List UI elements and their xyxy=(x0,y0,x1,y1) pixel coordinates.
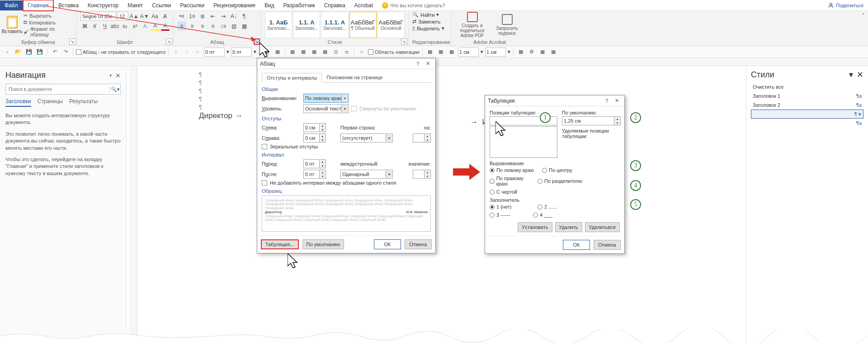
share-button[interactable]: Поделиться xyxy=(828,2,863,9)
indent-left-spin[interactable]: 0 см▲▼ xyxy=(303,123,326,132)
nav-search[interactable]: 🔍▾ xyxy=(5,84,121,95)
circle-green-icon[interactable]: ○ xyxy=(171,48,180,57)
styles-close-icon[interactable]: ✕ xyxy=(857,70,863,80)
paragraph-cancel-button[interactable]: Отмена xyxy=(405,239,432,249)
style-clear-all[interactable]: Очистить все xyxy=(751,82,863,91)
first-line-combo[interactable]: (отсутствует)▾ xyxy=(340,133,393,143)
paste-button[interactable]: Вставить xyxy=(4,12,21,38)
style-body[interactable]: АаБбВвГОсновной xyxy=(377,12,405,38)
align-right-radio[interactable]: По правому краю xyxy=(490,176,535,186)
style-row-selected[interactable]: ¶ ▾ xyxy=(751,110,863,119)
margin-left-spin[interactable]: 1 см xyxy=(458,48,479,57)
tb-pi-icon[interactable]: π xyxy=(342,48,351,57)
styles-launcher[interactable]: ↘ xyxy=(401,38,407,45)
dialog-close-icon[interactable]: ✕ xyxy=(423,59,433,69)
line-spacing-combo[interactable]: Одинарный▾ xyxy=(340,170,393,179)
tabs-cancel-button[interactable]: Отмена xyxy=(594,240,621,250)
document-page[interactable]: ¶¶¶¶¶ Директор→ → И.И. xyxy=(145,66,732,343)
tb-icon-2[interactable]: ▦ xyxy=(273,48,282,57)
menu-developer[interactable]: Разработчик xyxy=(279,0,320,10)
nav-search-go-icon[interactable]: 🔍▾ xyxy=(109,86,120,92)
undo-icon[interactable]: ↶ xyxy=(50,48,59,57)
style-heading3[interactable]: 1.1.1. АЗаголово... xyxy=(321,12,348,38)
outline-combo[interactable]: Основной текст▾ xyxy=(303,104,349,113)
tell-me[interactable]: Что вы хотите сделать? xyxy=(382,2,445,9)
navigation-pane-checkbox[interactable]: Область навигации xyxy=(368,49,420,55)
para-tab-indents[interactable]: Отступы и интервалы xyxy=(262,73,322,83)
menu-acrobat[interactable]: Acrobat xyxy=(350,0,377,10)
styles-dropdown-icon[interactable]: ▾ xyxy=(849,70,853,80)
tabs-dialog-help-icon[interactable]: ? xyxy=(602,96,612,106)
tabs-ok-button[interactable]: ОК xyxy=(563,240,590,250)
tabs-button[interactable]: Табуляция... xyxy=(261,239,299,249)
nav-tab-headings[interactable]: Заголовки xyxy=(5,98,31,107)
defaults-button[interactable]: По умолчанию xyxy=(302,239,344,249)
spacing-before-spin[interactable]: 0 пт xyxy=(204,48,225,57)
clear-all-tabs-button[interactable]: Удалить все xyxy=(585,222,620,232)
alignment-combo[interactable]: По левому краю▾ xyxy=(303,94,349,103)
open-icon[interactable]: 📂 xyxy=(14,48,23,57)
tb-icon-12[interactable]: ▦ xyxy=(538,48,547,57)
spacing-after-spin[interactable]: 0 пт xyxy=(231,48,252,57)
nav-tab-results[interactable]: Результаты xyxy=(69,98,98,107)
style-row-h1[interactable]: Заголовок 1¶а xyxy=(751,91,863,100)
tabs-dialog-close-icon[interactable]: ✕ xyxy=(612,96,622,106)
nosame-checkbox[interactable] xyxy=(262,180,267,186)
style-row-h2[interactable]: Заголовок 2¶а xyxy=(751,100,863,110)
replace-button[interactable]: ⇄Заменить xyxy=(412,19,447,24)
adobe-share-button[interactable]: Создать и поделиться Adobe PDF xyxy=(455,12,490,38)
circle-red-icon[interactable]: ○ xyxy=(193,48,202,57)
space-before-spin[interactable]: 0 пт▲▼ xyxy=(303,159,326,168)
line-at-spin[interactable]: ▲▼ xyxy=(413,170,431,179)
tb-icon-1[interactable]: ▦ xyxy=(262,48,271,57)
select-button[interactable]: ▯Выделить▾ xyxy=(412,25,447,31)
tab-positions-list[interactable] xyxy=(490,126,557,158)
tb-icon-10[interactable]: ▦ xyxy=(516,48,525,57)
nav-close-icon[interactable]: ✕ xyxy=(115,72,121,79)
style-heading2[interactable]: 1.1. АЗаголово... xyxy=(293,12,320,38)
indent-right-spin[interactable]: 0 см▲▼ xyxy=(303,133,326,143)
find-button[interactable]: 🔍Найти▾ xyxy=(412,12,447,18)
circle-icon[interactable]: ○ xyxy=(357,48,366,57)
collapse-ribbon-icon[interactable]: ˄ xyxy=(859,11,868,20)
style-row-blank[interactable]: ¶а xyxy=(751,119,863,128)
keep-with-next-checkbox[interactable]: Абзац - не отрывать от следующего xyxy=(76,49,165,55)
margin-right-spin[interactable]: 1 см xyxy=(485,48,506,57)
save-as-icon[interactable]: 💾 xyxy=(35,48,44,57)
set-tab-button[interactable]: Установить xyxy=(518,222,552,232)
menu-file[interactable]: Файл xyxy=(0,0,23,10)
tb-icon-13[interactable]: ▦ xyxy=(549,48,558,57)
vertical-ruler[interactable] xyxy=(129,66,137,343)
style-heading1[interactable]: 1. АаБЗаголово... xyxy=(265,12,292,38)
leader-4-radio[interactable]: 4 ___ xyxy=(533,212,578,218)
para-tab-position[interactable]: Положение на странице xyxy=(322,73,387,82)
dialog-help-icon[interactable]: ? xyxy=(413,59,423,69)
leader-3-radio[interactable]: 3 ------ xyxy=(490,212,530,218)
save-icon[interactable]: 💾 xyxy=(24,48,33,57)
leader-1-radio[interactable]: 1 (нет) xyxy=(490,204,535,210)
nav-dropdown-icon[interactable]: ▾ xyxy=(109,73,112,78)
tb-icon-7[interactable]: ▦ xyxy=(425,48,434,57)
paragraph-ok-button[interactable]: OK xyxy=(374,239,401,249)
align-bar-radio[interactable]: С чертой xyxy=(490,189,530,195)
leader-2-radio[interactable]: 2 ...... xyxy=(538,204,578,210)
first-line-by-spin[interactable]: ▲▼ xyxy=(413,133,431,143)
align-decimal-radio[interactable]: По разделителю xyxy=(538,176,587,186)
default-tab-spin[interactable]: 1,25 см▲▼ xyxy=(562,116,621,125)
tb-icon-4[interactable]: ▦ xyxy=(299,48,308,57)
menu-view[interactable]: Вид xyxy=(260,0,279,10)
tb-icon-11[interactable]: ⚙ xyxy=(527,48,536,57)
nav-search-input[interactable] xyxy=(6,86,109,92)
align-left-radio[interactable]: По левому краю xyxy=(490,167,539,173)
tb-icon-9[interactable]: ▦ xyxy=(447,48,456,57)
clear-tab-button[interactable]: Удалить xyxy=(555,222,582,232)
align-center-radio[interactable]: По центру xyxy=(542,167,583,173)
mirror-checkbox[interactable] xyxy=(262,144,267,149)
redo-icon[interactable]: ↷ xyxy=(61,48,70,57)
tb-icon-3[interactable]: ▦ xyxy=(288,48,297,57)
tb-icon-5[interactable]: ▦ xyxy=(310,48,319,57)
adobe-sign-button[interactable]: Запросить подписи xyxy=(490,12,524,38)
new-doc-icon[interactable]: ▫ xyxy=(3,48,12,57)
tb-omega-icon[interactable]: Ω xyxy=(331,48,340,57)
style-normal[interactable]: АаБбВвГ¶ Обычный xyxy=(349,12,377,38)
